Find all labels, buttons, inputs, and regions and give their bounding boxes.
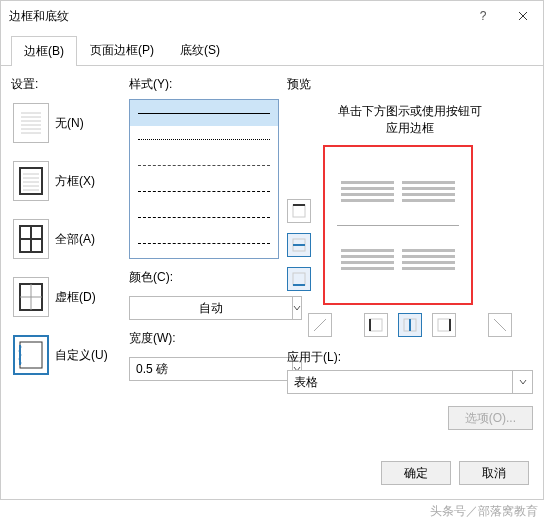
help-button[interactable]: ? [463,1,503,31]
setting-none[interactable]: 无(N) [11,99,121,147]
none-icon [13,103,49,143]
close-icon [518,11,528,21]
preview-label: 预览 [287,76,533,93]
apply-combo[interactable]: 表格 [287,370,533,394]
color-input[interactable] [129,296,293,320]
borders-shading-dialog: 边框和底纹 ? 边框(B) 页面边框(P) 底纹(S) 设置: 无(N) [0,0,544,500]
custom-icon [13,335,49,375]
color-label: 颜色(C): [129,269,279,286]
tab-shading[interactable]: 底纹(S) [167,35,233,65]
watermark: 头条号／部落窝教育 [430,503,538,520]
apply-label: 应用于(L): [287,349,533,366]
titlebar: 边框和底纹 ? [1,1,543,31]
tabs: 边框(B) 页面边框(P) 底纹(S) [1,35,543,66]
edge-top-button[interactable] [287,199,311,223]
style-dash-dot-dot[interactable] [130,230,278,256]
setting-custom-label: 自定义(U) [55,347,108,364]
style-list[interactable] [129,99,279,259]
setting-box[interactable]: 方框(X) [11,157,121,205]
all-icon [13,219,49,259]
edge-left-button[interactable] [364,313,388,337]
help-icon: ? [480,9,487,23]
cancel-button[interactable]: 取消 [459,461,529,485]
setting-grid-label: 虚框(D) [55,289,96,306]
setting-box-label: 方框(X) [55,173,95,190]
apply-value[interactable]: 表格 [287,370,513,394]
style-dash-dot[interactable] [130,204,278,230]
svg-rect-28 [370,319,382,331]
edge-right-button[interactable] [432,313,456,337]
width-combo[interactable] [129,357,279,381]
edge-diag1-button[interactable] [308,313,332,337]
preview-hint: 单击下方图示或使用按钮可 应用边框 [287,103,533,137]
style-label: 样式(Y): [129,76,279,93]
setting-custom[interactable]: 自定义(U) [11,331,121,379]
width-input[interactable] [129,357,293,381]
tab-border[interactable]: 边框(B) [11,36,77,66]
style-dash-sparse[interactable] [130,152,278,178]
setting-none-label: 无(N) [55,115,84,132]
color-combo[interactable] [129,296,279,320]
dialog-title: 边框和底纹 [9,8,69,25]
style-dashed[interactable] [130,178,278,204]
tab-page-border[interactable]: 页面边框(P) [77,35,167,65]
edge-hmiddle-button[interactable] [287,233,311,257]
svg-line-27 [314,319,326,331]
grid-icon [13,277,49,317]
setting-grid[interactable]: 虚框(D) [11,273,121,321]
svg-line-34 [494,319,506,331]
apply-dropdown-button[interactable] [513,370,533,394]
box-icon [13,161,49,201]
svg-rect-21 [293,205,305,217]
svg-rect-25 [293,273,305,285]
edge-diag2-button[interactable] [488,313,512,337]
width-label: 宽度(W): [129,330,279,347]
edge-bottom-button[interactable] [287,267,311,291]
chevron-down-icon [519,378,527,386]
style-solid[interactable] [130,100,278,126]
options-button: 选项(O)... [448,406,533,430]
preview-box [323,145,473,305]
edge-vmiddle-button[interactable] [398,313,422,337]
close-button[interactable] [503,1,543,31]
style-dotted[interactable] [130,126,278,152]
svg-rect-20 [20,342,42,368]
settings-label: 设置: [11,76,121,93]
setting-all-label: 全部(A) [55,231,95,248]
setting-all[interactable]: 全部(A) [11,215,121,263]
svg-rect-32 [438,319,450,331]
ok-button[interactable]: 确定 [381,461,451,485]
